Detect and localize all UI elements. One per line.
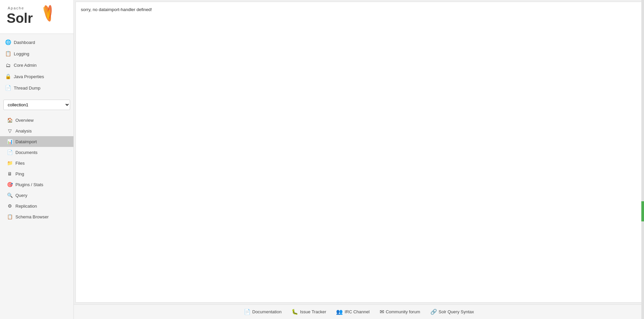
collection-selector-container: collection1	[3, 100, 70, 110]
replication-icon: ⚙	[7, 203, 13, 209]
app: Apache Solr 🌐	[0, 0, 644, 319]
files-icon: 📁	[7, 160, 13, 166]
collection-nav-ping-label: Ping	[15, 171, 24, 176]
collection-nav-documents-label: Documents	[15, 150, 38, 155]
plugins-stats-icon: 🎯	[7, 181, 13, 188]
sidebar-item-logging-label: Logging	[14, 51, 29, 56]
collection-nav-files[interactable]: 📁 Files	[0, 158, 73, 168]
error-message: sorry, no dataimport-handler defined!	[81, 7, 637, 12]
documents-icon: 📄	[7, 149, 13, 155]
scrollbar[interactable]	[641, 0, 644, 319]
sidebar-item-dashboard[interactable]: 🌐 Dashboard	[0, 37, 73, 48]
irc-channel-icon: 👥	[336, 309, 343, 315]
collection-nav-analysis[interactable]: ▽ Analysis	[0, 125, 73, 136]
collection-nav-query[interactable]: 🔍 Query	[0, 190, 73, 201]
footer-irc-channel-label: IRC Channel	[344, 309, 369, 314]
collection-nav-dataimport[interactable]: 📊 Dataimport	[0, 136, 73, 147]
footer-solr-query-syntax-link[interactable]: 🔗 Solr Query Syntax	[430, 309, 474, 315]
community-forum-icon: ✉	[380, 309, 384, 315]
dataimport-icon: 📊	[7, 139, 13, 145]
collection-nav-analysis-label: Analysis	[15, 128, 32, 134]
collection-nav-schema-browser[interactable]: 📋 Schema Browser	[0, 211, 73, 222]
core-admin-icon: 🗂	[5, 62, 11, 68]
collection-nav-schema-browser-label: Schema Browser	[15, 214, 49, 219]
collection-nav-ping[interactable]: 🖥 Ping	[0, 168, 73, 179]
footer-issue-tracker-link[interactable]: 🐛 Issue Tracker	[291, 309, 326, 315]
collection-nav-documents[interactable]: 📄 Documents	[0, 147, 73, 158]
logo-area: Apache Solr	[0, 0, 73, 34]
svg-text:Solr: Solr	[7, 11, 33, 25]
svg-text:Apache: Apache	[8, 6, 24, 10]
main-nav: 🌐 Dashboard 📋 Logging 🗂 Core Admin 🔒 Jav…	[0, 34, 73, 96]
sidebar: Apache Solr 🌐	[0, 0, 74, 319]
sidebar-item-core-admin-label: Core Admin	[14, 63, 37, 68]
footer-community-forum-link[interactable]: ✉ Community forum	[380, 309, 420, 315]
collection-nav-overview[interactable]: 🏠 Overview	[0, 115, 73, 125]
thread-dump-icon: 📄	[5, 85, 11, 91]
collection-nav: 🏠 Overview ▽ Analysis 📊 Dataimport 📄 Doc…	[0, 113, 73, 223]
schema-browser-icon: 📋	[7, 214, 13, 220]
collection-nav-query-label: Query	[15, 193, 27, 198]
sidebar-item-java-properties[interactable]: 🔒 Java Properties	[0, 71, 73, 82]
collection-nav-overview-label: Overview	[15, 118, 34, 123]
collection-nav-replication[interactable]: ⚙ Replication	[0, 201, 73, 211]
query-icon: 🔍	[7, 192, 13, 198]
overview-icon: 🏠	[7, 117, 13, 123]
java-properties-icon: 🔒	[5, 73, 11, 79]
collection-nav-plugins-stats[interactable]: 🎯 Plugins / Stats	[0, 179, 73, 190]
footer-documentation-link[interactable]: 📄 Documentation	[244, 309, 281, 315]
footer-issue-tracker-label: Issue Tracker	[300, 309, 326, 314]
footer-solr-query-syntax-label: Solr Query Syntax	[439, 309, 474, 314]
collection-nav-plugins-stats-label: Plugins / Stats	[15, 182, 43, 187]
main-content: sorry, no dataimport-handler defined!	[75, 2, 642, 303]
sidebar-item-logging[interactable]: 📋 Logging	[0, 48, 73, 59]
collection-nav-replication-label: Replication	[15, 204, 37, 209]
footer-irc-channel-link[interactable]: 👥 IRC Channel	[336, 309, 369, 315]
analysis-icon: ▽	[7, 128, 13, 134]
collection-nav-files-label: Files	[15, 161, 24, 166]
scrollbar-thumb[interactable]	[641, 201, 644, 221]
sidebar-item-core-admin[interactable]: 🗂 Core Admin	[0, 59, 73, 71]
solr-logo: Apache Solr	[5, 3, 68, 30]
documentation-icon: 📄	[244, 309, 251, 315]
sidebar-item-thread-dump[interactable]: 📄 Thread Dump	[0, 82, 73, 94]
collection-select[interactable]: collection1	[3, 100, 70, 110]
solr-logo-svg: Apache Solr	[5, 3, 52, 30]
footer: 📄 Documentation 🐛 Issue Tracker 👥 IRC Ch…	[74, 304, 644, 319]
collection-nav-dataimport-label: Dataimport	[15, 139, 37, 144]
sidebar-item-dashboard-label: Dashboard	[14, 40, 35, 45]
ping-icon: 🖥	[7, 171, 13, 177]
footer-community-forum-label: Community forum	[386, 309, 420, 314]
main-layout: Apache Solr 🌐	[0, 0, 644, 319]
sidebar-item-thread-dump-label: Thread Dump	[14, 86, 40, 91]
sidebar-item-java-properties-label: Java Properties	[14, 74, 44, 79]
logging-icon: 📋	[5, 51, 11, 57]
solr-query-syntax-icon: 🔗	[430, 309, 437, 315]
dashboard-icon: 🌐	[5, 39, 11, 45]
issue-tracker-icon: 🐛	[291, 309, 298, 315]
footer-documentation-label: Documentation	[252, 309, 281, 314]
